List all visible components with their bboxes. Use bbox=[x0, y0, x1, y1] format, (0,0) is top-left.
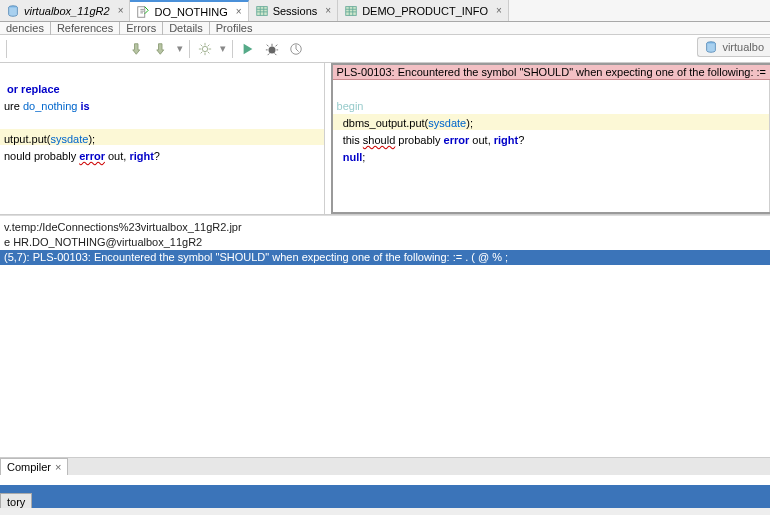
code-text: sysdate bbox=[50, 133, 88, 145]
code-text: this bbox=[337, 134, 363, 146]
tab-do-nothing[interactable]: DO_NOTHING × bbox=[130, 0, 248, 21]
compile-down-alt-icon[interactable] bbox=[153, 40, 171, 58]
subtab-errors[interactable]: Errors bbox=[119, 22, 162, 35]
code-text: error bbox=[79, 150, 105, 162]
svg-rect-1 bbox=[138, 6, 145, 17]
history-strip bbox=[0, 508, 770, 515]
debug-icon[interactable] bbox=[263, 40, 281, 58]
code-text: nould probably bbox=[4, 150, 79, 162]
code-text: ; bbox=[362, 151, 365, 163]
close-icon[interactable]: × bbox=[496, 5, 502, 16]
message-line[interactable]: v.temp:/IdeConnections%23virtualbox_11gR… bbox=[0, 220, 770, 235]
code-text: dbms_output.put( bbox=[337, 117, 429, 129]
svg-rect-3 bbox=[346, 6, 357, 15]
subtab-profiles[interactable]: Profiles bbox=[209, 22, 259, 35]
tab-virtualbox[interactable]: virtualbox_11gR2 × bbox=[0, 0, 130, 21]
tab-label: Sessions bbox=[273, 5, 318, 17]
tab-sessions[interactable]: Sessions × bbox=[249, 0, 338, 21]
proc-icon bbox=[136, 5, 150, 19]
bottom-tabs: Compiler × bbox=[0, 457, 770, 475]
table-icon bbox=[344, 4, 358, 18]
db-connection-label: virtualbo bbox=[722, 41, 764, 53]
message-line[interactable]: e HR.DO_NOTHING@virtualbox_11gR2 bbox=[0, 235, 770, 250]
run-icon[interactable] bbox=[239, 40, 257, 58]
tab-label: virtualbox_11gR2 bbox=[24, 5, 110, 17]
tab-label: DO_NOTHING bbox=[154, 6, 227, 18]
close-icon[interactable]: × bbox=[118, 5, 124, 16]
separator bbox=[6, 40, 7, 58]
file-tabs: virtualbox_11gR2 × DO_NOTHING × Sessions… bbox=[0, 0, 770, 22]
separator bbox=[232, 40, 233, 58]
code-editor-right[interactable]: PLS-00103: Encountered the symbol "SHOUL… bbox=[331, 63, 770, 214]
db-connection-indicator[interactable]: virtualbo bbox=[697, 37, 770, 57]
code-text: out, bbox=[469, 134, 493, 146]
tab-label: tory bbox=[7, 496, 25, 508]
db-icon bbox=[6, 4, 20, 18]
code-text: utput.put( bbox=[4, 133, 50, 145]
svg-point-4 bbox=[202, 46, 207, 51]
subtab-references[interactable]: References bbox=[50, 22, 119, 35]
messages-panel: v.temp:/IdeConnections%23virtualbox_11gR… bbox=[0, 215, 770, 265]
code-text: begin bbox=[337, 100, 364, 112]
code-text: or replace bbox=[4, 83, 60, 95]
code-text: right bbox=[129, 150, 153, 162]
tab-compiler[interactable]: Compiler × bbox=[0, 458, 68, 475]
code-text: ? bbox=[154, 150, 160, 162]
code-text: ? bbox=[518, 134, 524, 146]
close-icon[interactable]: × bbox=[236, 6, 242, 17]
code-text: ); bbox=[466, 117, 473, 129]
error-banner: PLS-00103: Encountered the symbol "SHOUL… bbox=[333, 65, 770, 80]
subtab-details[interactable]: Details bbox=[162, 22, 209, 35]
code-text: sysdate bbox=[428, 117, 466, 129]
code-editor-left[interactable]: or replace ure do_nothing is utput.put(s… bbox=[0, 63, 325, 214]
db-icon bbox=[704, 40, 718, 54]
profile-icon[interactable] bbox=[287, 40, 305, 58]
close-icon[interactable]: × bbox=[55, 461, 61, 473]
code-text: ); bbox=[88, 133, 95, 145]
table-icon bbox=[255, 4, 269, 18]
detail-subtabs: dencies References Errors Details Profil… bbox=[0, 22, 770, 35]
separator bbox=[189, 40, 190, 58]
tab-label: Compiler bbox=[7, 461, 51, 473]
code-text: do_nothing bbox=[23, 100, 77, 112]
close-icon[interactable]: × bbox=[325, 5, 331, 16]
code-text: is bbox=[77, 100, 89, 112]
code-text: probably bbox=[395, 134, 443, 146]
tab-demo-product[interactable]: DEMO_PRODUCT_INFO × bbox=[338, 0, 509, 21]
svg-rect-2 bbox=[256, 6, 267, 15]
code-text: should bbox=[363, 134, 395, 146]
code-text: out, bbox=[105, 150, 129, 162]
gear-icon[interactable] bbox=[196, 40, 214, 58]
tab-label: DEMO_PRODUCT_INFO bbox=[362, 5, 488, 17]
code-text: null bbox=[343, 151, 363, 163]
code-text: ure bbox=[4, 100, 23, 112]
code-text: error bbox=[444, 134, 470, 146]
svg-point-5 bbox=[269, 46, 276, 53]
compiler-body bbox=[0, 475, 770, 485]
editor-toolbar: ▾ ▾ virtualbo bbox=[0, 35, 770, 63]
message-line-error[interactable]: (5,7): PLS-00103: Encountered the symbol… bbox=[0, 250, 770, 265]
history-tabs: tory bbox=[0, 485, 770, 510]
compile-down-icon[interactable] bbox=[129, 40, 147, 58]
code-text: right bbox=[494, 134, 518, 146]
editor-split: or replace ure do_nothing is utput.put(s… bbox=[0, 63, 770, 215]
subtab-dependencies[interactable]: dencies bbox=[0, 22, 50, 35]
